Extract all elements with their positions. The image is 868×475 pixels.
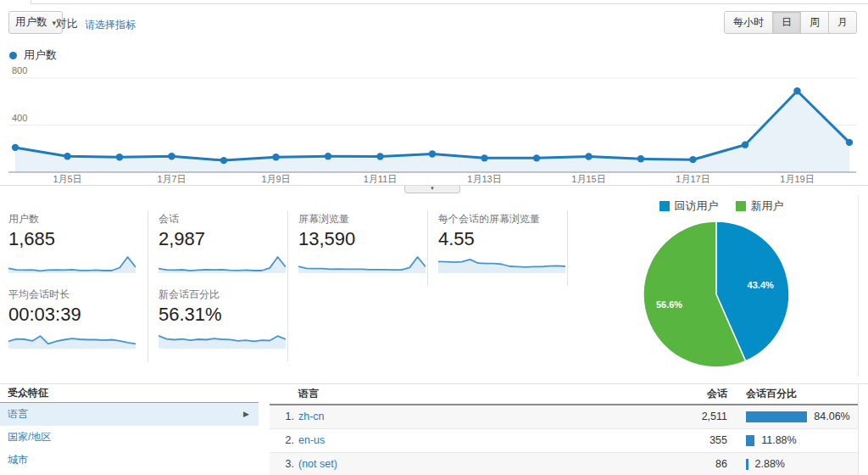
language-table-header: 语言 会话 会话百分比 (270, 384, 858, 405)
row-language-link[interactable]: (not set) (298, 453, 578, 475)
pie-slice-label: 56.6% (656, 299, 682, 310)
header-rank-spacer (270, 384, 298, 404)
metric-card-3[interactable]: 屏幕浏览量13,590 (288, 210, 428, 286)
metric-card-1[interactable]: 用户数1,685 (8, 210, 148, 286)
sessions-pct-bar (746, 411, 807, 422)
metric-card-value: 1,685 (8, 228, 141, 250)
row-language-link[interactable]: zh-cn (298, 405, 578, 428)
table-row: 2.en-us35511.88% (270, 429, 858, 453)
metric-dropdown-value: 用户数 (15, 15, 47, 30)
sessions-pct-value: 2.88% (755, 453, 785, 475)
table-row: 3.(not set)862.88% (270, 453, 858, 475)
granularity-switcher: 每小时日周月 (724, 11, 857, 34)
row-sessions: 2,511 (578, 405, 727, 428)
user-type-pie-chart[interactable]: 43.4%56.6% (627, 205, 805, 383)
metric-card-value: 56.31% (159, 304, 281, 326)
metric-card-sparkline (159, 254, 281, 275)
granularity-button-周[interactable]: 周 (800, 11, 829, 34)
audience-item-语言[interactable]: 语言▶ (0, 403, 259, 426)
row-sessions: 86 (578, 453, 727, 475)
row-rank: 2. (270, 429, 298, 452)
chart-legend: 用户数 (9, 48, 57, 63)
metric-card-sparkline (438, 254, 560, 275)
content-right-edge (858, 195, 859, 377)
metric-dropdown[interactable]: 用户数 ▾ (8, 11, 63, 34)
svg-text:1月15日: 1月15日 (571, 174, 605, 184)
pie-slice-label: 43.4% (748, 280, 774, 290)
metric-card-2[interactable]: 会话2,987 (148, 210, 288, 286)
metric-card-4[interactable]: 每个会话的屏幕浏览量4.55 (428, 210, 568, 286)
row-rank: 3. (270, 453, 298, 475)
svg-text:1月17日: 1月17日 (676, 174, 709, 184)
audience-item-label: 语言 (8, 408, 28, 420)
audience-item-国家/地区[interactable]: 国家/地区 (0, 426, 259, 449)
svg-text:1月11日: 1月11日 (364, 174, 398, 184)
row-sessions: 355 (578, 429, 727, 452)
language-table: 语言 会话 会话百分比 1.zh-cn2,51184.06%2.en-us355… (270, 384, 859, 475)
audience-item-label: 国家/地区 (8, 431, 51, 443)
audience-overview-page: 用户数 ▾ 对比 请选择指标 每小时日周月 用户数 4008001月5日1月7日… (0, 0, 868, 475)
metric-card-value: 00:03:39 (8, 304, 141, 326)
row-language-link[interactable]: en-us (298, 429, 578, 452)
metric-card-label: 每个会话的屏幕浏览量 (438, 212, 560, 226)
audience-item-label: 城市 (8, 454, 28, 466)
tab-edge (31, 0, 31, 4)
row-sessions-pct: 84.06% (727, 405, 858, 428)
granularity-button-月[interactable]: 月 (828, 11, 857, 34)
metric-card-label: 用户数 (8, 212, 141, 226)
audience-items: 语言▶国家/地区城市 (0, 403, 259, 472)
collapse-chevron-icon: ▼ (430, 186, 435, 191)
sessions-pct-bar (746, 459, 748, 470)
row-sessions-pct: 2.88% (727, 453, 858, 475)
metric-card-label: 屏幕浏览量 (298, 212, 420, 226)
audience-item-城市[interactable]: 城市 (0, 449, 259, 472)
svg-text:1月13日: 1月13日 (467, 174, 501, 184)
audience-panel: 受众特征 语言▶国家/地区城市 (0, 384, 259, 472)
header-dimension[interactable]: 语言 (298, 384, 578, 404)
line-chart-svg[interactable]: 4008001月5日1月7日1月9日1月11日1月13日1月15日1月17日1月… (8, 64, 856, 188)
metric-card-sparkline (8, 330, 141, 350)
metric-card-value: 2,987 (159, 228, 281, 250)
audience-panel-title: 受众特征 (0, 384, 259, 403)
metric-card-sparkline (298, 254, 420, 275)
metric-card-5[interactable]: 平均会话时长00:03:39 (8, 286, 148, 361)
users-line-chart[interactable]: 4008001月5日1月7日1月9日1月11日1月13日1月15日1月17日1月… (8, 64, 856, 188)
svg-text:1月19日: 1月19日 (780, 174, 814, 184)
metric-card-6[interactable]: 新会话百分比56.31% (148, 286, 288, 361)
metric-card-label: 新会话百分比 (159, 288, 281, 301)
sessions-pct-value: 11.88% (761, 429, 796, 452)
metric-card-value: 4.55 (438, 228, 560, 250)
bottom-section: 受众特征 语言▶国家/地区城市 语言 会话 会话百分比 1.zh-cn2,511… (0, 383, 868, 475)
granularity-button-每小时[interactable]: 每小时 (724, 11, 773, 34)
row-sessions-pct: 11.88% (727, 429, 858, 452)
metric-card-label: 会话 (159, 212, 281, 226)
metric-cards: 用户数1,685会话2,987屏幕浏览量13,590每个会话的屏幕浏览量4.55… (8, 210, 570, 361)
sessions-pct-bar (746, 435, 754, 446)
svg-text:400: 400 (12, 113, 27, 123)
svg-text:1月9日: 1月9日 (261, 174, 290, 184)
language-table-rows: 1.zh-cn2,51184.06%2.en-us35511.88%3.(not… (270, 405, 858, 475)
user-type-pie-block: 回访用户新用户 43.4%56.6% (585, 197, 858, 377)
sessions-pct-value: 84.06% (814, 405, 849, 428)
metric-card-sparkline (8, 254, 141, 275)
series-legend-label: 用户数 (24, 48, 57, 63)
metric-card-value: 13,590 (298, 228, 420, 250)
metric-card-sparkline (159, 330, 281, 350)
series-dot-icon (9, 52, 17, 59)
compare-label: 对比 (56, 16, 78, 31)
chart-collapse-handle[interactable]: ▼ (404, 186, 460, 193)
chevron-right-icon: ▶ (243, 403, 249, 426)
top-divider (31, 3, 868, 4)
svg-text:1月5日: 1月5日 (53, 174, 81, 184)
header-sessions-pct[interactable]: 会话百分比 (727, 384, 858, 404)
select-metric-link[interactable]: 请选择指标 (85, 18, 136, 32)
granularity-button-日[interactable]: 日 (772, 11, 801, 34)
header-sessions[interactable]: 会话 (578, 384, 727, 404)
table-row: 1.zh-cn2,51184.06% (270, 405, 858, 429)
metric-card-label: 平均会话时长 (8, 288, 141, 301)
svg-text:1月7日: 1月7日 (157, 174, 186, 184)
svg-text:800: 800 (12, 65, 27, 75)
row-rank: 1. (270, 405, 298, 428)
